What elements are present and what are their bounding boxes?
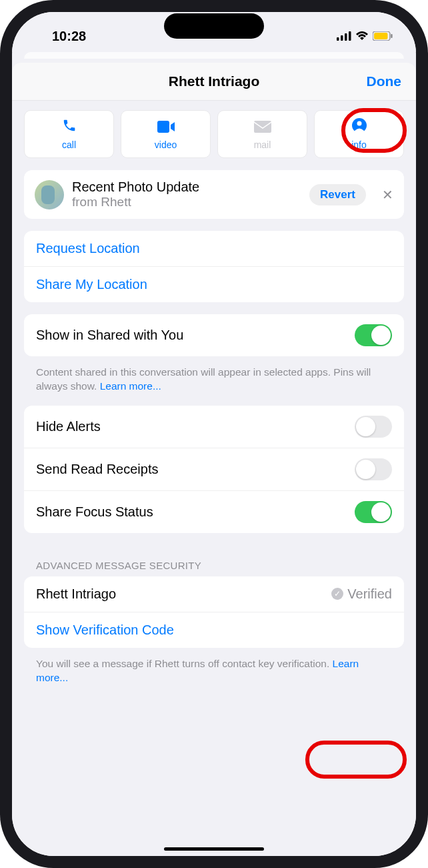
person-icon xyxy=(352,118,367,137)
mail-button: mail xyxy=(217,110,307,158)
contact-title: Rhett Intriago xyxy=(169,73,260,89)
svg-rect-8 xyxy=(254,121,271,133)
background-sheet-peek xyxy=(24,52,404,59)
shared-learn-more[interactable]: Learn more... xyxy=(100,380,161,392)
home-indicator[interactable] xyxy=(164,847,264,851)
shared-with-you-toggle[interactable] xyxy=(355,324,392,346)
photo-update-title: Recent Photo Update xyxy=(72,179,199,195)
check-icon: ✓ xyxy=(331,588,343,600)
request-location-button[interactable]: Request Location xyxy=(24,231,404,266)
security-header: ADVANCED MESSAGE SECURITY xyxy=(24,545,404,576)
security-contact-row: Rhett Intriago ✓ Verified xyxy=(24,576,404,612)
dismiss-button[interactable]: ✕ xyxy=(382,187,393,203)
call-label: call xyxy=(62,139,76,150)
security-footer: You will see a message if Rhett turns of… xyxy=(24,652,404,688)
wifi-icon xyxy=(355,31,369,41)
done-button[interactable]: Done xyxy=(367,73,402,89)
mail-icon xyxy=(254,118,271,137)
svg-rect-5 xyxy=(374,33,388,39)
photo-update-from: from Rhett xyxy=(72,195,199,209)
info-label: info xyxy=(351,139,367,150)
sheet-header: Rhett Intriago Done xyxy=(12,63,416,101)
video-label: video xyxy=(155,139,177,150)
show-verification-code-button[interactable]: Show Verification Code xyxy=(24,612,404,648)
svg-rect-3 xyxy=(349,31,351,41)
svg-rect-7 xyxy=(157,121,169,133)
dynamic-island xyxy=(164,13,264,39)
info-button[interactable]: info xyxy=(314,110,404,158)
signal-icon xyxy=(337,31,351,41)
svg-rect-1 xyxy=(341,35,343,41)
svg-point-10 xyxy=(357,121,361,126)
svg-rect-0 xyxy=(337,37,339,41)
revert-button[interactable]: Revert xyxy=(309,184,366,205)
battery-icon xyxy=(373,31,393,41)
shared-footer: Content shared in this conversation will… xyxy=(24,360,404,396)
hide-alerts-row: Hide Alerts xyxy=(24,406,404,448)
read-receipts-toggle[interactable] xyxy=(355,458,392,480)
call-button[interactable]: call xyxy=(24,110,114,158)
status-time: 10:28 xyxy=(52,29,86,44)
video-button[interactable]: video xyxy=(121,110,211,158)
contact-avatar xyxy=(35,180,64,209)
read-receipts-row: Send Read Receipts xyxy=(24,448,404,490)
video-icon xyxy=(157,118,175,137)
svg-rect-6 xyxy=(391,34,393,38)
focus-status-toggle[interactable] xyxy=(355,501,392,523)
verified-badge: ✓ Verified xyxy=(331,586,392,602)
shared-with-you-row: Show in Shared with You xyxy=(24,314,404,356)
hide-alerts-toggle[interactable] xyxy=(355,416,392,438)
phone-icon xyxy=(62,118,77,137)
svg-rect-2 xyxy=(345,33,347,41)
focus-status-row: Share Focus Status xyxy=(24,490,404,533)
mail-label: mail xyxy=(254,139,271,150)
share-location-button[interactable]: Share My Location xyxy=(24,266,404,302)
